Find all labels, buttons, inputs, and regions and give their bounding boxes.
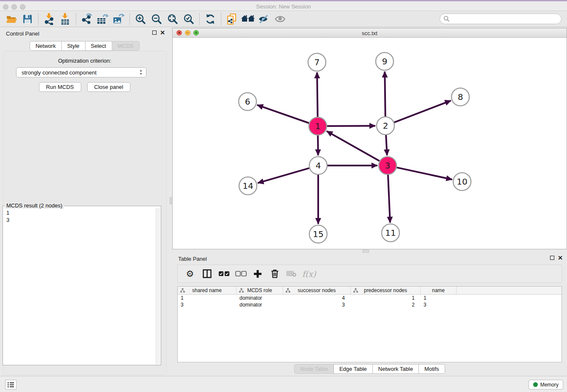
tab-edge-table[interactable]: Edge Table (333, 364, 373, 374)
node-table[interactable]: shared nameMCDS rolesuccessor nodesprede… (177, 286, 562, 362)
network-view-window: ✕ − + scc.txt 7968124314101511 (172, 28, 567, 249)
splitter-grip[interactable] (363, 250, 369, 253)
table-cell[interactable]: 1 (351, 295, 421, 301)
zoom-fit-button[interactable] (165, 12, 181, 26)
table-cell[interactable]: dominator (237, 295, 283, 301)
network-graph[interactable]: 7968124314101511 (173, 38, 567, 249)
column-header-label: name (432, 287, 445, 293)
column-header-successor-nodes[interactable]: successor nodes (283, 287, 351, 294)
control-panel-title: Control Panel (6, 30, 39, 37)
table-cell[interactable]: 3 (283, 301, 351, 308)
edge-2-9[interactable] (385, 72, 385, 116)
tab-node-table[interactable]: Node Table (294, 364, 334, 374)
table-cell[interactable]: dominator (237, 301, 283, 308)
show-hidden-button[interactable] (272, 12, 288, 26)
task-history-button[interactable] (5, 380, 17, 389)
tab-mcds[interactable]: MCDS (112, 41, 140, 51)
edge-2-8[interactable] (394, 101, 451, 123)
close-panel-button[interactable]: Close panel (87, 82, 131, 92)
table-panel-title: Table Panel (178, 256, 207, 262)
function-builder-button[interactable]: f(x) (302, 268, 316, 280)
import-network-button[interactable] (41, 12, 57, 26)
network-overview-button[interactable] (240, 12, 256, 26)
result-scrollbar[interactable] (156, 208, 160, 364)
edge-1-4[interactable] (318, 135, 318, 155)
edge-4-14[interactable] (258, 168, 309, 183)
tab-network[interactable]: Network (30, 41, 62, 51)
delete-table-button[interactable] (285, 268, 298, 280)
graph-node-1[interactable]: 1 (309, 117, 327, 135)
graph-node-3[interactable]: 3 (379, 157, 396, 174)
column-header-name[interactable]: name (421, 287, 457, 294)
edge-1-6[interactable] (257, 105, 309, 123)
refresh-layout-button[interactable] (202, 12, 218, 26)
column-header-predecessor-nodes[interactable]: predecessor nodes (351, 287, 421, 294)
table-row[interactable]: 1dominator411 (178, 295, 561, 301)
graph-node-9[interactable]: 9 (376, 52, 394, 70)
memory-label: Memory (540, 382, 559, 388)
hide-selected-button[interactable] (256, 12, 272, 26)
splitter-grip[interactable] (170, 197, 172, 204)
create-column-button[interactable] (251, 268, 264, 280)
delete-column-button[interactable] (268, 268, 281, 280)
network-canvas[interactable]: 7968124314101511 (173, 38, 567, 249)
deselect-all-button[interactable] (234, 268, 247, 280)
criterion-select[interactable]: strongly connected component ▲▼ (16, 67, 146, 77)
close-panel-icon[interactable]: ✕ (558, 256, 563, 260)
graph-node-7[interactable]: 7 (308, 53, 326, 71)
column-header-shared-name[interactable]: shared name (178, 287, 237, 294)
show-columns-button[interactable] (201, 268, 213, 280)
table-row[interactable]: 3dominator323 (178, 301, 561, 308)
tab-network-table[interactable]: Network Table (372, 364, 419, 374)
edge-3-10[interactable] (397, 168, 452, 179)
tab-motifs[interactable]: Motifs (418, 364, 445, 374)
close-panel-icon[interactable]: ✕ (160, 30, 165, 35)
edge-3-11[interactable] (388, 175, 390, 223)
export-table-button[interactable] (95, 12, 111, 26)
graph-node-2[interactable]: 2 (377, 117, 394, 135)
edge-3-1[interactable] (327, 131, 380, 161)
open-folder-icon (6, 14, 17, 24)
horizontal-splitter[interactable] (172, 249, 567, 253)
float-panel-icon[interactable] (550, 256, 554, 260)
run-mcds-button[interactable]: Run MCDS (39, 82, 81, 92)
edge-1-7[interactable] (317, 72, 317, 117)
edge-1-2[interactable] (327, 126, 375, 126)
table-cell[interactable]: 1 (421, 295, 457, 301)
graph-node-8[interactable]: 8 (451, 88, 469, 106)
search-field[interactable] (440, 14, 561, 24)
vertical-splitter[interactable] (169, 28, 172, 376)
table-cell[interactable]: 3 (178, 301, 237, 308)
zoom-out-button[interactable] (149, 12, 165, 26)
column-header-MCDS-role[interactable]: MCDS role (237, 287, 283, 294)
tab-select[interactable]: Select (85, 41, 112, 51)
open-session-button[interactable] (3, 12, 19, 26)
table-cell[interactable]: 3 (421, 301, 457, 308)
zoom-selected-button[interactable] (181, 12, 197, 26)
graph-node-4[interactable]: 4 (309, 157, 327, 174)
search-input[interactable] (450, 15, 561, 23)
table-cell[interactable]: 2 (351, 301, 421, 308)
export-network-button[interactable] (79, 12, 95, 26)
tab-style[interactable]: Style (61, 41, 85, 51)
svg-text:14: 14 (242, 181, 253, 191)
graph-node-10[interactable]: 10 (453, 173, 471, 190)
graph-node-6[interactable]: 6 (239, 93, 256, 110)
network-window-titlebar[interactable]: ✕ − + scc.txt (173, 28, 567, 38)
graph-node-14[interactable]: 14 (239, 177, 257, 195)
table-cell[interactable]: 1 (178, 295, 237, 301)
export-image-button[interactable] (111, 12, 127, 26)
edge-2-3[interactable] (386, 135, 387, 155)
table-settings-button[interactable]: ⚙ (184, 268, 196, 280)
memory-button[interactable]: Memory (528, 380, 563, 389)
import-table-button[interactable] (57, 12, 73, 26)
plus-icon (253, 270, 262, 278)
select-all-button[interactable] (217, 268, 230, 280)
table-cell[interactable]: 4 (283, 295, 351, 301)
save-session-button[interactable] (19, 12, 36, 26)
graph-node-11[interactable]: 11 (382, 224, 399, 242)
float-panel-icon[interactable] (152, 30, 157, 35)
graph-node-15[interactable]: 15 (309, 225, 327, 243)
network-document-button[interactable] (224, 12, 240, 26)
zoom-in-button[interactable] (132, 12, 149, 26)
